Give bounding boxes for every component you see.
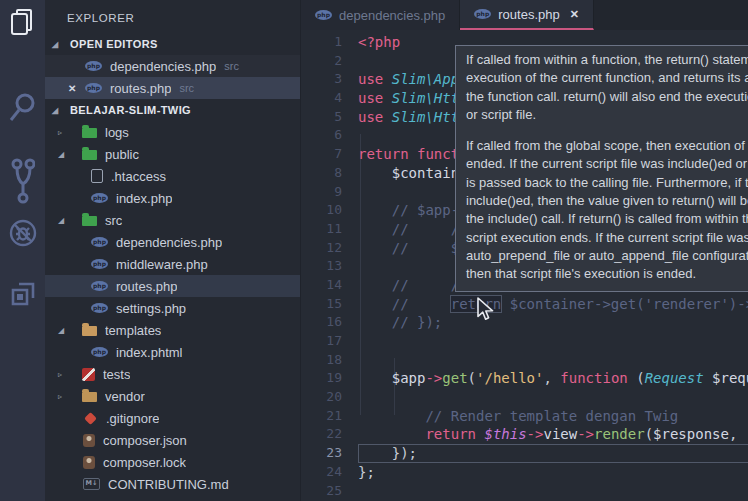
extensions-box-icon	[9, 280, 37, 308]
line-number: 14	[301, 276, 358, 295]
folder-badge: src	[179, 82, 194, 94]
line-content	[358, 388, 748, 407]
code-line-16[interactable]: 16 // });	[301, 313, 748, 332]
line-number: 15	[301, 295, 358, 314]
word-highlight: return	[451, 296, 502, 312]
tree-item-vendor[interactable]: ▹vendor	[45, 385, 300, 407]
code-line-19[interactable]: 19 $app->get('/hello', function (Request…	[301, 369, 748, 388]
tree-item-index-phtml[interactable]: phpindex.phtml	[45, 341, 300, 363]
folder-icon	[82, 150, 97, 160]
code-token: Slim\App	[392, 71, 459, 87]
tree-item-routes-php[interactable]: phproutes.php	[45, 275, 300, 297]
close-icon[interactable]: ✕	[68, 83, 85, 94]
sidebar-title: EXPLORER	[45, 0, 300, 33]
code-token: $app	[392, 370, 426, 386]
line-number: 13	[301, 257, 358, 276]
chevron-expanded-icon[interactable]: ◢	[58, 150, 82, 159]
code-line-23[interactable]: 23 });	[301, 444, 748, 463]
tooltip-line: If called from the global scope, then ex…	[466, 137, 748, 155]
line-number: 10	[301, 201, 358, 220]
code-token: '/hello'	[476, 370, 543, 386]
explorer-sidebar: EXPLORER ◢OPEN EDITORSphpdependencies.ph…	[45, 0, 300, 501]
chevron-collapsed-icon[interactable]: ▹	[58, 392, 82, 401]
explorer-icon[interactable]	[0, 8, 45, 38]
open-editor-dependencies-php[interactable]: phpdependencies.phpsrc	[45, 55, 300, 77]
folder-icon	[82, 392, 97, 402]
tree-item-contributing-md[interactable]: M↓CONTRIBUTING.md	[45, 473, 300, 495]
item-label: src	[105, 213, 122, 228]
tree-item-composer-lock[interactable]: composer.lock	[45, 451, 300, 473]
line-content	[358, 332, 748, 351]
code-token: $request	[712, 370, 748, 386]
tree-item-public[interactable]: ◢public	[45, 143, 300, 165]
item-label: .htaccess	[111, 169, 166, 184]
code-token: ->	[577, 426, 594, 442]
chevron-collapsed-icon[interactable]: ▹	[58, 128, 82, 137]
line-number: 3	[301, 70, 358, 89]
line-number: 9	[301, 183, 358, 202]
code-line-18[interactable]: 18	[301, 351, 748, 370]
tree-item-dependencies-php[interactable]: phpdependencies.php	[45, 231, 300, 253]
code-token: ->	[527, 426, 544, 442]
git-branch-icon	[11, 158, 35, 205]
item-label: routes.php	[116, 279, 177, 294]
debug-icon[interactable]	[0, 218, 45, 248]
section-header-belajar-slim-twig[interactable]: ◢BELAJAR-SLIM-TWIG	[45, 99, 300, 121]
chevron-expanded-icon[interactable]: ◢	[58, 326, 82, 335]
item-label: index.phtml	[116, 345, 182, 360]
folder-badge: src	[224, 60, 239, 72]
tab-close-icon[interactable]: ✕	[570, 8, 579, 21]
item-label: routes.php	[110, 81, 171, 96]
tree-item-htaccess[interactable]: .htaccess	[45, 165, 300, 187]
tab-dependencies-php[interactable]: php dependencies.php	[301, 0, 460, 30]
tree-item-middleware-php[interactable]: phpmiddleware.php	[45, 253, 300, 275]
chevron-expanded-icon[interactable]: ◢	[52, 106, 68, 115]
composer-icon	[83, 456, 95, 469]
code-token: //	[358, 296, 451, 312]
line-number: 2	[301, 52, 358, 71]
tree-item-gitignore[interactable]: .gitignore	[45, 407, 300, 429]
item-label: composer.json	[103, 433, 187, 448]
tree-item-settings-php[interactable]: phpsettings.php	[45, 297, 300, 319]
line-content: return $this->view->render($response, 'i…	[358, 425, 748, 444]
line-number: 17	[301, 332, 358, 351]
code-token	[704, 370, 712, 386]
line-content	[358, 351, 748, 370]
open-editor-routes-php[interactable]: ✕phproutes.phpsrc	[45, 77, 300, 99]
item-label: public	[105, 147, 139, 162]
item-label: index.php	[116, 191, 172, 206]
code-line-17[interactable]: 17	[301, 332, 748, 351]
tooltip-line: the include() call. If return() is calle…	[466, 210, 748, 228]
chevron-expanded-icon[interactable]: ◢	[52, 40, 68, 49]
tree-item-tests[interactable]: ▹tests	[45, 363, 300, 385]
tab-routes-php[interactable]: php routes.php ✕	[460, 0, 594, 30]
code-line-24[interactable]: 24};	[301, 463, 748, 482]
tree-item-logs[interactable]: ▹logs	[45, 121, 300, 143]
chevron-collapsed-icon[interactable]: ▹	[58, 370, 82, 379]
code-line-15[interactable]: 15 // return $container->get('renderer')…	[301, 295, 748, 314]
files-icon	[9, 8, 36, 38]
tree-item-templates[interactable]: ◢templates	[45, 319, 300, 341]
code-line-21[interactable]: 21 // Render template dengan Twig	[301, 407, 748, 426]
code-line-20[interactable]: 20	[301, 388, 748, 407]
php-file-icon: php	[91, 281, 108, 291]
source-control-icon[interactable]	[0, 158, 45, 205]
tree-item-src[interactable]: ◢src	[45, 209, 300, 231]
line-content: // Render template dengan Twig	[358, 407, 748, 426]
item-label: middleware.php	[116, 257, 208, 272]
item-label: composer.lock	[103, 455, 186, 470]
tests-icon	[82, 368, 95, 381]
php-file-icon: php	[474, 9, 491, 19]
extensions-icon[interactable]	[0, 280, 45, 308]
tree-item-composer-json[interactable]: composer.json	[45, 429, 300, 451]
tree-item-index-php[interactable]: phpindex.php	[45, 187, 300, 209]
php-file-icon: php	[85, 61, 102, 71]
search-icon[interactable]	[0, 92, 45, 124]
section-header-open-editors[interactable]: ◢OPEN EDITORS	[45, 33, 300, 55]
tab-label: routes.php	[498, 7, 559, 22]
code-line-25[interactable]: 25	[301, 482, 748, 501]
bug-disabled-icon	[8, 218, 38, 248]
tooltip-line: ended. If the current script file was in…	[466, 155, 748, 173]
chevron-expanded-icon[interactable]: ◢	[58, 216, 82, 225]
code-line-22[interactable]: 22 return $this->view->render($response,…	[301, 425, 748, 444]
